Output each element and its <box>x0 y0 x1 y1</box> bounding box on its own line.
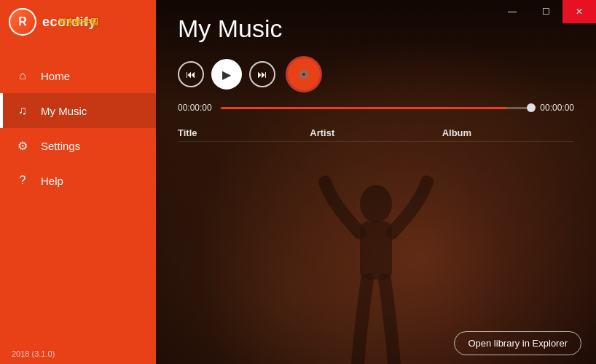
sidebar-item-help[interactable]: ? Help <box>0 163 156 198</box>
play-icon: ▶ <box>222 68 231 82</box>
version-label: 2018 (3.1.0) <box>0 344 156 364</box>
music-icon: ♫ <box>15 104 31 117</box>
close-button[interactable]: ✕ <box>562 0 596 23</box>
play-button[interactable]: ▶ <box>211 59 242 90</box>
previous-icon: ⏮ <box>186 68 196 80</box>
home-icon: ⌂ <box>15 69 31 82</box>
sidebar-item-home-label: Home <box>41 70 70 82</box>
help-icon: ? <box>15 174 31 187</box>
disc-button[interactable] <box>286 56 322 92</box>
sidebar-item-home[interactable]: ⌂ Home <box>0 58 156 93</box>
column-artist: Artist <box>310 127 442 138</box>
sidebar-item-settings-label: Settings <box>41 140 80 152</box>
total-time-label: 00:00:00 <box>540 103 574 113</box>
column-album: Album <box>442 127 574 138</box>
disc-icon <box>299 69 309 79</box>
nav-menu: ⌂ Home ♫ My Music ⚙ Settings ? Help <box>0 58 156 344</box>
previous-button[interactable]: ⏮ <box>178 61 204 87</box>
main-content: My Music ⏮ ▶ ⏭ 00:00:00 <box>156 0 596 364</box>
current-time-label: 00:00:00 <box>178 103 212 113</box>
next-button[interactable]: ⏭ <box>249 61 275 87</box>
sidebar-item-my-music-label: My Music <box>41 105 87 117</box>
progress-container: 00:00:00 00:00:00 <box>178 103 574 113</box>
progress-thumb[interactable] <box>527 103 536 112</box>
logo-circle: R <box>9 8 36 36</box>
sidebar-item-help-label: Help <box>41 175 63 187</box>
logo-icon: R <box>10 9 35 34</box>
logo-area: R ecordify 河东软件园 <box>0 0 156 44</box>
next-icon: ⏭ <box>257 68 267 80</box>
progress-fill <box>221 107 506 109</box>
app-container: — ☐ ✕ R ecordify 河东软件园 ⌂ Home ♫ My Music <box>0 0 596 364</box>
content-overlay: My Music ⏮ ▶ ⏭ 00:00:00 <box>156 0 596 157</box>
column-title: Title <box>178 127 310 138</box>
sidebar-item-my-music[interactable]: ♫ My Music <box>0 93 156 128</box>
maximize-button[interactable]: ☐ <box>529 0 562 23</box>
logo-text: ecordify <box>42 15 96 30</box>
table-header: Title Artist Album <box>178 124 574 142</box>
title-bar: — ☐ ✕ <box>495 0 596 23</box>
open-library-button[interactable]: Open library in Explorer <box>454 331 581 355</box>
footer-area: Open library in Explorer <box>156 323 596 364</box>
sidebar-item-settings[interactable]: ⚙ Settings <box>0 128 156 163</box>
minimize-button[interactable]: — <box>495 0 529 23</box>
settings-icon: ⚙ <box>15 139 31 153</box>
player-controls: ⏮ ▶ ⏭ <box>178 56 574 92</box>
progress-track[interactable] <box>221 107 532 109</box>
sidebar: R ecordify 河东软件园 ⌂ Home ♫ My Music ⚙ Set… <box>0 0 156 364</box>
